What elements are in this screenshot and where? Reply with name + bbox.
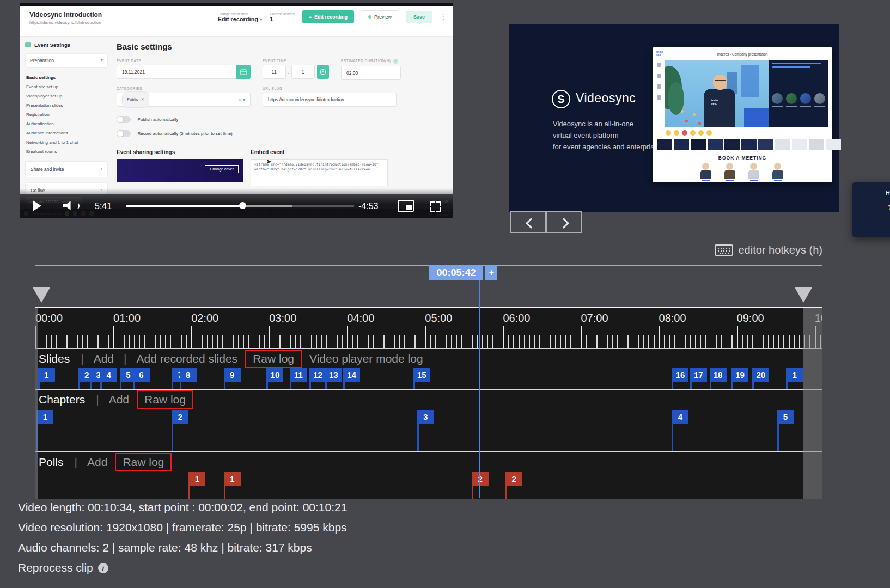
ruler-tick [202,335,203,348]
polls-raw-log-button[interactable]: Raw log [115,453,172,471]
slide-marker[interactable]: 18 [710,368,727,382]
reaction-icon [666,130,671,136]
seek-handle[interactable] [239,202,246,209]
sidebar-item[interactable]: Presentation slides [25,101,108,110]
volume-icon[interactable] [63,201,78,211]
ruler-tick [357,335,358,348]
slide-marker[interactable]: 6 [133,368,150,382]
change-cover-button[interactable]: Change cover [205,165,239,173]
add-marker-button[interactable]: + [485,265,497,280]
sidebar-link[interactable]: Share and invite› [25,161,108,177]
change-state-label: Change event state [218,12,263,16]
slide-marker[interactable]: 12 [309,368,326,382]
slide-marker[interactable]: 19 [731,368,748,382]
next-slide-button[interactable] [546,211,582,233]
sidebar-item[interactable]: Event site set up [25,82,108,91]
timecode-badge[interactable]: 00:05:42 [429,265,483,280]
slide-marker[interactable]: 11 [290,368,307,382]
polls-add-button[interactable]: Add [83,456,112,469]
publish-toggle-row[interactable]: Publish automatically [117,114,443,124]
chapter-marker[interactable]: 3 [417,410,434,424]
chevron-down-icon[interactable]: ▾ [243,97,245,102]
sidebar-item[interactable]: Videoplayer set up [25,91,108,101]
edit-recording-button[interactable]: ≡ Edit recording [302,10,354,23]
slides-add-button[interactable]: Add [89,352,118,365]
record-toggle[interactable] [117,130,131,137]
ruler-tick [51,335,52,348]
chapter-marker[interactable]: 4 [672,410,688,424]
submit-button[interactable]: SUBMIT [852,220,890,225]
slide-marker[interactable]: 8 [180,368,197,382]
event-date-field[interactable]: 19.11.2021 [117,65,236,79]
editor-hotkeys-toggle[interactable]: editor hotkeys (h) [715,244,822,256]
chapters-raw-log-button[interactable]: Raw log [137,390,193,409]
poll-marker[interactable]: 2 [505,472,522,486]
seek-bar[interactable] [126,205,354,207]
chapters-add-button[interactable]: Add [105,393,133,406]
clear-icon[interactable]: ✕ [238,97,243,102]
timeline[interactable]: 00:0001:0002:0003:0004:0005:0006:0007:00… [35,307,822,499]
sidebar-item[interactable]: Networking and 1 to 1 chat [25,138,108,147]
info-icon[interactable]: i [98,563,108,573]
picture-in-picture-icon[interactable] [398,200,414,212]
calendar-icon[interactable] [236,65,251,79]
slide-marker[interactable]: 14 [343,368,360,382]
play-button[interactable] [33,200,41,211]
sidebar-item[interactable]: Authentication [25,119,108,128]
slide-marker[interactable]: 10 [266,368,283,382]
ruler-label: 08:00 [659,312,686,324]
slides-video-player-mode-log-button[interactable]: Video player mode log [305,352,428,365]
video-player[interactable]: Videosync Introduction https://demo.vide… [20,3,453,218]
categories-field[interactable]: Public✕ ✕ ▾ [117,93,251,107]
category-chip-public[interactable]: Public✕ [122,91,149,108]
slide-marker[interactable]: 15 [413,368,430,382]
feedback-stars[interactable]: ★★★★★ [852,200,890,213]
ruler-tick [368,335,369,348]
sidebar-item[interactable]: Audience interactions [25,128,108,138]
slide-marker[interactable]: 9 [224,368,241,382]
fullscreen-icon[interactable] [430,201,441,212]
event-time-minute-field[interactable]: 1 [291,65,315,79]
reaction-icon [690,130,696,136]
slide-marker[interactable]: 20 [752,368,769,382]
sidebar-item[interactable]: Basic settings [25,73,108,82]
event-time-hour-field[interactable]: 11 [263,65,286,79]
trim-end-handle[interactable] [795,287,812,303]
separator: | [69,456,83,469]
phase-dropdown[interactable]: Preparation ▾ [25,53,108,68]
clock-icon[interactable] [317,65,330,79]
change-event-state-dropdown[interactable]: Change event state Edit recording ▾ [218,12,263,22]
duration-field[interactable]: 02:00 [341,66,401,80]
preview-icon [368,15,371,19]
slides-add-recorded-slides-button[interactable]: Add recorded slides [132,352,242,365]
poll-marker[interactable]: 1 [224,472,241,486]
slide-marker[interactable]: 1 [786,368,803,382]
trim-start-handle[interactable] [33,287,50,303]
preview-button[interactable]: Preview [362,10,398,23]
url-slug-field[interactable]: https://demo.videosync.fi/introduction [263,93,397,107]
recorded-browser-page: Videosync Introduction https://demo.vide… [20,6,453,209]
publish-toggle[interactable] [117,116,131,123]
slides-raw-log-button[interactable]: Raw log [245,350,302,368]
slide-marker[interactable]: 16 [672,368,688,382]
record-toggle-row[interactable]: Record automatically (5 minutes prior to… [117,128,443,138]
slide-marker[interactable]: 4 [100,368,117,382]
ruler-tick [176,335,177,348]
slide-marker[interactable]: 17 [690,368,707,382]
save-button[interactable]: Save [406,11,432,23]
chapter-marker[interactable]: 2 [172,410,188,424]
kebab-menu-icon[interactable]: ⋮ [440,13,447,21]
poll-marker[interactable]: 1 [188,472,205,486]
previous-slide-button[interactable] [510,211,546,233]
slide-marker[interactable]: 13 [325,368,342,382]
chapter-marker[interactable]: 5 [777,410,794,424]
slide-marker[interactable]: 1 [38,368,55,382]
chapter-marker[interactable]: 1 [36,410,53,424]
star-icon[interactable]: ★ [887,200,890,212]
remove-chip-icon[interactable]: ✕ [141,93,144,106]
ruler-tick [773,335,774,348]
sidebar-item[interactable]: Breakout rooms [25,147,108,156]
sidebar-item[interactable]: Registration [25,110,108,119]
reprocess-clip-action[interactable]: Reprocess clip i [18,561,108,574]
playhead[interactable] [479,280,480,498]
